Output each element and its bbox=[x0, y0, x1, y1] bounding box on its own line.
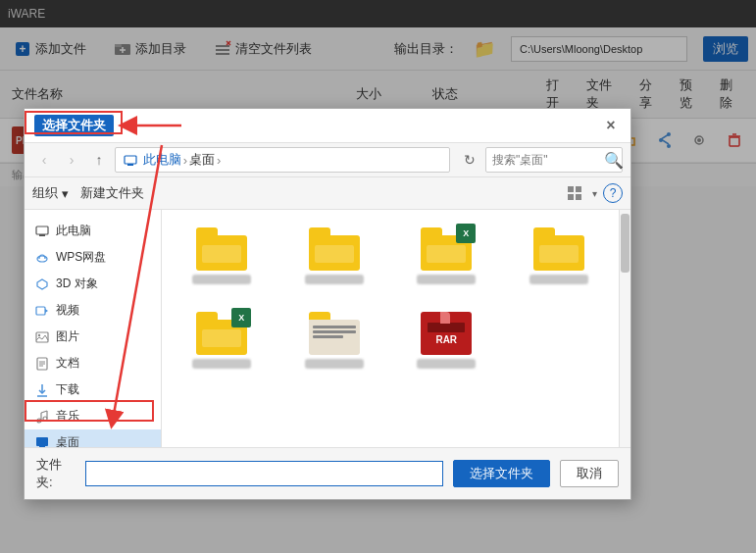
app-window: iWARE + 添加文件 添加目录 清空文件列表 输出目录： 📁 C:\User… bbox=[0, 0, 756, 553]
path-sep-1: › bbox=[183, 153, 187, 168]
new-folder-button[interactable]: 新建文件夹 bbox=[80, 184, 144, 202]
nav-refresh-button[interactable]: ↻ bbox=[458, 148, 481, 172]
file-grid: X bbox=[174, 222, 607, 375]
dialog-file-grid-area: X bbox=[162, 210, 619, 447]
excel-badge-icon: X bbox=[456, 224, 476, 243]
doc-lines-icon bbox=[313, 326, 356, 351]
dialog-scrollbar[interactable] bbox=[619, 210, 630, 447]
grid-item-name-blurred bbox=[417, 275, 476, 284]
grid-item-name-blurred bbox=[305, 359, 364, 369]
grid-item-name-blurred bbox=[305, 275, 364, 284]
dialog-title: 选择文件夹 bbox=[34, 115, 114, 136]
organize-button[interactable]: 组织 ▾ bbox=[32, 184, 69, 202]
path-sep-2: › bbox=[217, 153, 221, 168]
new-folder-label: 新建文件夹 bbox=[80, 184, 144, 202]
search-box: 🔍 bbox=[485, 147, 623, 173]
folder-select-dialog: 选择文件夹 × ‹ › ↑ 此电脑 › 桌面 › bbox=[24, 108, 631, 500]
sidebar-item-desktop[interactable]: 桌面 bbox=[25, 429, 161, 447]
grid-item-name-blurred bbox=[529, 275, 588, 284]
video-icon bbox=[34, 303, 50, 319]
list-item[interactable]: X bbox=[398, 222, 495, 290]
dialog-titlebar: 选择文件夹 × bbox=[25, 109, 630, 143]
grid-item-name-blurred bbox=[192, 359, 251, 369]
path-breadcrumb[interactable]: 此电脑 › 桌面 › bbox=[115, 147, 450, 173]
dialog-body: 此电脑 WPS网盘 3D 对象 bbox=[25, 210, 630, 447]
excel-badge-icon2: X bbox=[231, 308, 251, 327]
sidebar-item-image[interactable]: 图片 bbox=[25, 324, 161, 350]
search-icon: 🔍 bbox=[604, 151, 624, 170]
svg-rect-22 bbox=[576, 186, 581, 192]
dialog-footer: 文件夹: 选择文件夹 取消 bbox=[25, 447, 630, 499]
organize-label: 组织 bbox=[32, 184, 58, 202]
dialog-close-button[interactable]: × bbox=[601, 116, 621, 135]
sidebar-doc-label: 文档 bbox=[56, 355, 79, 372]
list-item[interactable]: RAR bbox=[398, 306, 495, 375]
scrollbar-thumb[interactable] bbox=[621, 214, 630, 273]
sidebar-item-video[interactable]: 视频 bbox=[25, 297, 161, 324]
music-icon bbox=[34, 409, 50, 425]
sidebar-music-label: 音乐 bbox=[56, 408, 79, 425]
cube-icon bbox=[34, 276, 50, 292]
list-item[interactable]: X bbox=[174, 306, 271, 375]
svg-rect-23 bbox=[568, 194, 574, 200]
svg-rect-19 bbox=[125, 156, 136, 164]
sidebar-desktop-label: 桌面 bbox=[56, 434, 79, 447]
sidebar-computer-label: 此电脑 bbox=[56, 223, 91, 239]
rar-icon: RAR bbox=[421, 312, 472, 355]
toolbar-right: ▾ ? bbox=[563, 181, 623, 205]
svg-marker-28 bbox=[37, 279, 47, 289]
organize-arrow-icon: ▾ bbox=[62, 186, 69, 201]
sidebar-image-label: 图片 bbox=[56, 328, 79, 345]
folder-name-input[interactable] bbox=[85, 461, 443, 486]
breadcrumb-desktop: 桌面 bbox=[189, 151, 215, 169]
svg-rect-29 bbox=[36, 307, 45, 315]
sidebar-item-download[interactable]: 下载 bbox=[25, 377, 161, 403]
download-icon bbox=[34, 382, 50, 398]
select-folder-button[interactable]: 选择文件夹 bbox=[453, 460, 550, 487]
nav-up-icon: ↑ bbox=[96, 152, 103, 168]
sidebar-3d-label: 3D 对象 bbox=[56, 276, 98, 292]
sidebar-video-label: 视频 bbox=[56, 302, 79, 319]
sidebar-item-wps[interactable]: WPS网盘 bbox=[25, 244, 161, 271]
search-input[interactable] bbox=[492, 153, 600, 167]
list-item[interactable] bbox=[174, 222, 271, 290]
sidebar-download-label: 下载 bbox=[56, 381, 79, 398]
desktop-icon bbox=[34, 435, 50, 448]
list-item[interactable] bbox=[511, 222, 608, 290]
grid-item-name-blurred bbox=[192, 275, 251, 284]
help-button[interactable]: ? bbox=[603, 183, 623, 203]
nav-up-button[interactable]: ↑ bbox=[87, 148, 111, 172]
nav-forward-button[interactable]: › bbox=[60, 148, 83, 172]
sidebar-item-3d[interactable]: 3D 对象 bbox=[25, 271, 161, 297]
sidebar-item-music[interactable]: 音乐 bbox=[25, 403, 161, 429]
list-item[interactable] bbox=[286, 222, 383, 290]
dialog-navbar: ‹ › ↑ 此电脑 › 桌面 › ↻ 🔍 bbox=[25, 143, 630, 177]
svg-marker-30 bbox=[45, 309, 48, 313]
view-dropdown-icon[interactable]: ▾ bbox=[592, 188, 597, 199]
list-item[interactable] bbox=[286, 306, 383, 375]
dialog-toolbar2: 组织 ▾ 新建文件夹 ▾ ? bbox=[25, 177, 630, 210]
dialog-sidebar: 此电脑 WPS网盘 3D 对象 bbox=[25, 210, 162, 447]
svg-rect-20 bbox=[127, 164, 133, 166]
cloud-icon bbox=[34, 250, 50, 266]
svg-line-43 bbox=[41, 411, 47, 413]
sidebar-item-computer[interactable]: 此电脑 bbox=[25, 218, 161, 244]
nav-back-button[interactable]: ‹ bbox=[32, 148, 56, 172]
cancel-button[interactable]: 取消 bbox=[560, 460, 619, 487]
grid-item-name-blurred bbox=[417, 359, 476, 369]
svg-rect-25 bbox=[36, 226, 48, 234]
breadcrumb-computer: 此电脑 bbox=[124, 151, 181, 169]
svg-rect-26 bbox=[39, 234, 45, 236]
svg-rect-24 bbox=[576, 194, 581, 200]
nav-back-icon: ‹ bbox=[42, 152, 47, 168]
svg-point-32 bbox=[38, 333, 40, 335]
nav-forward-icon: › bbox=[70, 152, 75, 168]
image-icon bbox=[34, 329, 50, 345]
svg-rect-44 bbox=[36, 437, 48, 446]
svg-rect-21 bbox=[568, 186, 574, 192]
view-toggle-button[interactable] bbox=[563, 181, 586, 205]
computer-icon bbox=[34, 224, 50, 239]
refresh-icon: ↻ bbox=[464, 152, 476, 168]
sidebar-item-doc[interactable]: 文档 bbox=[25, 350, 161, 377]
sidebar-wps-label: WPS网盘 bbox=[56, 249, 106, 266]
